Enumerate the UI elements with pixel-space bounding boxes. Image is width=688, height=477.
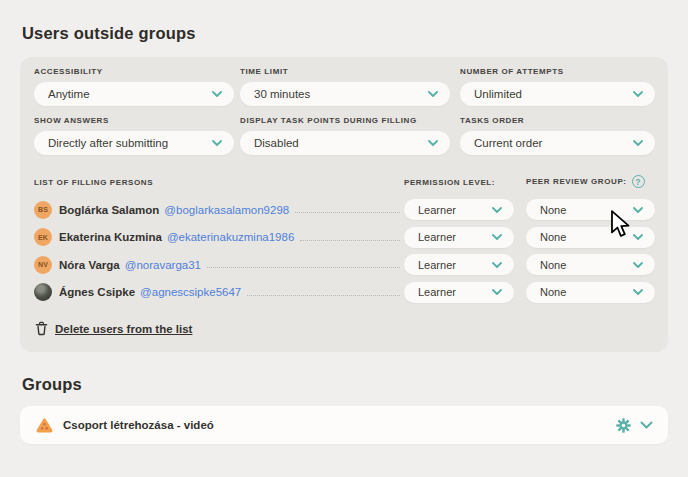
avatar: NV <box>34 256 52 274</box>
chevron-down-icon <box>633 91 643 97</box>
setting-label: ACCESSIBILITY <box>34 67 234 76</box>
selected-value: Anytime <box>48 88 212 100</box>
chevron-down-icon <box>492 207 502 213</box>
peer-review-group-header: PEER REVIEW GROUP: ? <box>526 175 645 188</box>
permission-level-header: PERMISSION LEVEL: <box>404 178 495 187</box>
accessibility-select[interactable]: Anytime <box>34 82 234 106</box>
setting-accessibility: ACCESSIBILITY Anytime <box>34 67 234 106</box>
groups-heading: Groups <box>22 375 82 394</box>
chevron-down-icon <box>633 289 643 295</box>
chevron-down-icon <box>633 207 643 213</box>
user-name: Ekaterina Kuzmina <box>59 231 162 243</box>
user-name: Nóra Varga <box>59 259 120 271</box>
permission-level-select[interactable]: Learner <box>404 254 514 275</box>
permission-level-select[interactable]: Learner <box>404 199 514 220</box>
time-limit-select[interactable]: 30 minutes <box>240 82 450 106</box>
chevron-down-icon <box>633 140 643 146</box>
selected-value: 30 minutes <box>254 88 428 100</box>
setting-label: DISPLAY TASK POINTS DURING FILLING <box>240 116 450 125</box>
selected-value: Unlimited <box>474 88 633 100</box>
selected-value: None <box>540 259 633 271</box>
show-answers-select[interactable]: Directly after submitting <box>34 131 234 155</box>
group-settings-gear-icon[interactable] <box>616 418 631 433</box>
user-handle-link[interactable]: @ekaterinakuzmina1986 <box>167 231 294 243</box>
task-points-select[interactable]: Disabled <box>240 131 450 155</box>
chevron-down-icon <box>633 262 643 268</box>
setting-label: TIME LIMIT <box>240 67 450 76</box>
dotted-leader <box>295 212 400 213</box>
user-name: Ágnes Csipke <box>59 286 135 298</box>
peer-review-group-select[interactable]: None <box>526 254 655 275</box>
tasks-order-select[interactable]: Current order <box>460 131 655 155</box>
selected-value: Directly after submitting <box>48 137 212 149</box>
chevron-down-icon <box>492 234 502 240</box>
chevron-down-icon <box>428 140 438 146</box>
dotted-leader <box>300 240 400 241</box>
form-settings-card: ACCESSIBILITY Anytime TIME LIMIT 30 minu… <box>20 57 668 352</box>
setting-label: SHOW ANSWERS <box>34 116 234 125</box>
selected-value: None <box>540 204 633 216</box>
setting-show-answers: SHOW ANSWERS Directly after submitting <box>34 116 234 155</box>
avatar: BS <box>34 201 52 219</box>
group-title: Csoport létrehozása - videó <box>63 419 606 431</box>
chevron-down-icon <box>212 140 222 146</box>
permission-level-select[interactable]: Learner <box>404 282 514 303</box>
setting-label: TASKS ORDER <box>460 116 655 125</box>
group-expand-chevron-icon[interactable] <box>640 421 653 429</box>
group-row[interactable]: Csoport létrehozása - videó <box>20 406 668 444</box>
selected-value: Learner <box>418 286 492 298</box>
selected-value: Learner <box>418 204 492 216</box>
chevron-down-icon <box>428 91 438 97</box>
user-row: Ágnes Csipke @agnescsipke5647 Learner No… <box>34 279 655 307</box>
avatar <box>34 283 52 301</box>
selected-value: Current order <box>474 137 633 149</box>
user-row: NV Nóra Varga @noravarga31 Learner None <box>34 251 655 279</box>
delete-users-button[interactable]: Delete users from the list <box>35 321 192 336</box>
users-outside-groups-page: Users outside groups ACCESSIBILITY Anyti… <box>0 0 688 477</box>
chevron-down-icon <box>492 262 502 268</box>
user-row: EK Ekaterina Kuzmina @ekaterinakuzmina19… <box>34 224 655 252</box>
peer-review-group-label: PEER REVIEW GROUP: <box>526 177 627 186</box>
group-icon <box>36 418 53 433</box>
selected-value: Disabled <box>254 137 428 149</box>
selected-value: Learner <box>418 259 492 271</box>
peer-review-group-select[interactable]: None <box>526 227 655 248</box>
chevron-down-icon <box>492 289 502 295</box>
filling-persons-header: LIST OF FILLING PERSONS <box>34 178 153 187</box>
setting-number-of-attempts: NUMBER OF ATTEMPTS Unlimited <box>460 67 655 106</box>
dotted-leader <box>207 267 400 268</box>
user-handle-link[interactable]: @agnescsipke5647 <box>140 286 241 298</box>
users-outside-groups-heading: Users outside groups <box>22 24 196 43</box>
help-icon[interactable]: ? <box>632 175 645 188</box>
setting-time-limit: TIME LIMIT 30 minutes <box>240 67 450 106</box>
peer-review-group-select[interactable]: None <box>526 199 655 220</box>
user-name: Boglárka Salamon <box>59 204 159 216</box>
user-rows: BS Boglárka Salamon @boglarkasalamon9298… <box>34 196 655 306</box>
user-handle-link[interactable]: @noravarga31 <box>125 259 201 271</box>
user-row: BS Boglárka Salamon @boglarkasalamon9298… <box>34 196 655 224</box>
selected-value: Learner <box>418 231 492 243</box>
selected-value: None <box>540 286 633 298</box>
group-actions <box>616 418 653 433</box>
chevron-down-icon <box>212 91 222 97</box>
setting-label: NUMBER OF ATTEMPTS <box>460 67 655 76</box>
delete-users-label: Delete users from the list <box>55 323 192 335</box>
avatar: EK <box>34 228 52 246</box>
chevron-down-icon <box>633 234 643 240</box>
peer-review-group-select[interactable]: None <box>526 282 655 303</box>
attempts-select[interactable]: Unlimited <box>460 82 655 106</box>
setting-tasks-order: TASKS ORDER Current order <box>460 116 655 155</box>
selected-value: None <box>540 231 633 243</box>
setting-display-task-points: DISPLAY TASK POINTS DURING FILLING Disab… <box>240 116 450 155</box>
trash-icon <box>35 321 48 336</box>
dotted-leader <box>247 295 400 296</box>
permission-level-select[interactable]: Learner <box>404 227 514 248</box>
user-handle-link[interactable]: @boglarkasalamon9298 <box>164 204 289 216</box>
